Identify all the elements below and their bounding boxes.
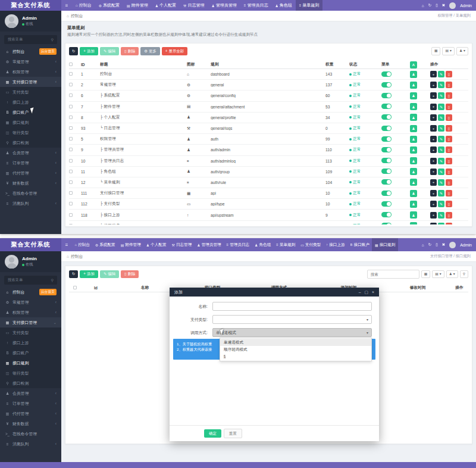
sidebar-item[interactable]: ♟权限管理‹ xyxy=(0,307,61,317)
sidebar-item[interactable]: ≡消息队列‹ xyxy=(0,198,61,208)
menu-toggle[interactable] xyxy=(381,201,392,207)
edit-row-button[interactable]: ✎ xyxy=(438,201,444,207)
sidebar-item[interactable]: ◫银行类型 xyxy=(0,127,61,138)
edit-row-button[interactable]: ✎ xyxy=(438,71,444,77)
delete-row-button[interactable]: ▯ xyxy=(446,169,452,175)
row-checkbox[interactable] xyxy=(69,180,73,184)
nav-tab[interactable]: ♟角色组 xyxy=(271,0,295,11)
menu-toggle[interactable] xyxy=(381,82,392,88)
nav-tab[interactable]: ⚒日志管理 xyxy=(169,238,195,251)
nav-tab[interactable]: ♟管理员管理 xyxy=(208,0,240,11)
sidebar-item[interactable]: ▦接口规则 xyxy=(0,358,61,368)
export-button[interactable]: ▦ xyxy=(421,270,430,279)
sidebar-search[interactable]: 搜索菜单 ⚲ xyxy=(4,276,57,285)
search-button[interactable]: ⚲ xyxy=(460,270,468,279)
add-sub-button[interactable]: + xyxy=(430,125,437,132)
sidebar-toggle-icon[interactable]: ≡ xyxy=(61,0,72,11)
row-checkbox[interactable] xyxy=(69,116,73,119)
breadcrumb[interactable]: 控制台 xyxy=(71,13,83,19)
row-checkbox[interactable] xyxy=(69,72,73,76)
edit-row-button[interactable]: ✎ xyxy=(438,92,444,99)
row-checkbox[interactable] xyxy=(69,170,73,173)
delete-button[interactable]: ▯删除 xyxy=(121,47,139,55)
refresh-icon[interactable]: ↻ xyxy=(428,242,431,247)
avatar[interactable] xyxy=(449,242,456,248)
edit-row-button[interactable]: ✎ xyxy=(438,104,444,110)
close-icon[interactable]: × xyxy=(372,290,374,295)
member-button[interactable]: ♟ xyxy=(410,136,417,143)
home-icon[interactable]: ⌂ xyxy=(422,4,424,8)
nav-tab[interactable]: ▭支付类型 xyxy=(298,238,324,251)
nav-tab[interactable]: ♟个人配置 xyxy=(152,0,180,11)
delete-row-button[interactable]: ▯ xyxy=(446,82,452,88)
add-sub-button[interactable]: + xyxy=(430,212,437,219)
add-sub-button[interactable]: + xyxy=(430,179,437,186)
menu-toggle[interactable] xyxy=(381,136,392,142)
member-button[interactable]: ♟ xyxy=(410,92,417,99)
member-button[interactable]: ♟ xyxy=(410,211,417,219)
member-button[interactable]: ♟ xyxy=(410,201,417,208)
delete-row-button[interactable]: ▯ xyxy=(446,179,452,186)
row-checkbox[interactable] xyxy=(69,126,73,130)
sidebar-item[interactable]: ♟权限管理‹ xyxy=(0,67,61,77)
add-sub-button[interactable]: + xyxy=(430,201,437,207)
add-sub-button[interactable]: + xyxy=(430,92,437,99)
delete-row-button[interactable]: ▯ xyxy=(446,92,452,99)
member-button[interactable]: ♟ xyxy=(410,168,417,175)
menu-toggle[interactable] xyxy=(381,147,392,152)
sidebar-item[interactable]: ⚙常规管理‹ xyxy=(0,297,61,307)
member-button[interactable]: ♟ xyxy=(410,71,417,78)
add-sub-button[interactable]: + xyxy=(430,114,437,121)
delete-row-button[interactable]: ▯ xyxy=(446,201,452,207)
sidebar-item[interactable]: ¥财务数据‹ xyxy=(0,178,61,188)
add-button[interactable]: +添加 xyxy=(80,47,98,55)
menu-toggle[interactable] xyxy=(381,93,392,98)
row-checkbox[interactable] xyxy=(69,191,73,195)
sidebar-item[interactable]: ↑接口上游 xyxy=(0,97,61,107)
add-sub-button[interactable]: + xyxy=(430,146,437,153)
delete-row-button[interactable]: ▯ xyxy=(446,146,452,153)
sidebar-item[interactable]: ⌂控制台后台首页 xyxy=(0,287,61,297)
dialog-header[interactable]: 添加 – ▢ × xyxy=(170,288,379,297)
member-button[interactable]: ♟ xyxy=(410,146,417,154)
sidebar-item[interactable]: ⚲接口检测 xyxy=(0,378,61,388)
name-input[interactable] xyxy=(212,302,372,311)
minimize-icon[interactable]: – xyxy=(359,290,361,295)
row-checkbox[interactable] xyxy=(69,213,73,217)
sidebar-item[interactable]: ♟会员管理‹ xyxy=(0,148,61,158)
nav-tab[interactable]: ⌂控制台 xyxy=(72,0,95,11)
clear-cache-icon[interactable]: ▯ xyxy=(436,3,438,8)
delete-row-button[interactable]: ▯ xyxy=(446,190,452,196)
member-button[interactable]: ♟ xyxy=(410,103,417,110)
menu-toggle[interactable] xyxy=(381,179,392,185)
member-button[interactable]: ♟ xyxy=(410,179,417,186)
more-button[interactable]: ⚙更多 xyxy=(140,47,160,55)
menu-toggle[interactable] xyxy=(381,71,392,77)
nav-tab[interactable]: ⚒日志管理 xyxy=(180,0,208,11)
export-button[interactable]: ▦ xyxy=(431,47,440,55)
sidebar-item[interactable]: >_在线命令管理 xyxy=(0,188,61,198)
edit-row-button[interactable]: ✎ xyxy=(438,179,444,186)
sidebar-item[interactable]: ⌂控制台后台首页 xyxy=(0,46,61,57)
nav-tab[interactable]: ▤附件管理 xyxy=(118,238,143,251)
admin-name[interactable]: Admin xyxy=(460,243,472,247)
home-icon[interactable]: ⌂ xyxy=(422,243,424,247)
sidebar-item[interactable]: ↑接口上游 xyxy=(0,338,61,348)
delete-row-button[interactable]: ▯ xyxy=(446,136,452,142)
member-button[interactable]: ♟ xyxy=(410,114,417,121)
member-button[interactable]: ♟ xyxy=(410,157,417,164)
brand-logo[interactable]: 聚合支付系统 xyxy=(0,0,61,11)
edit-row-button[interactable]: ✎ xyxy=(438,146,444,153)
sidebar-item[interactable]: ¥财务数据‹ xyxy=(0,419,61,429)
select-all-checkbox[interactable] xyxy=(69,63,73,66)
add-sub-button[interactable]: + xyxy=(430,104,437,110)
nav-tab[interactable]: ▦接口规则 xyxy=(372,238,397,251)
maximize-icon[interactable]: ▢ xyxy=(365,290,368,295)
edit-row-button[interactable]: ✎ xyxy=(438,190,444,196)
menu-toggle[interactable] xyxy=(381,223,392,224)
delete-row-button[interactable]: ▯ xyxy=(446,71,452,77)
menu-toggle[interactable] xyxy=(381,191,392,196)
nav-tab[interactable]: ⌂控制台 xyxy=(72,238,92,251)
select-all-checkbox[interactable] xyxy=(73,286,77,289)
refresh-button[interactable]: ↻ xyxy=(69,270,78,278)
